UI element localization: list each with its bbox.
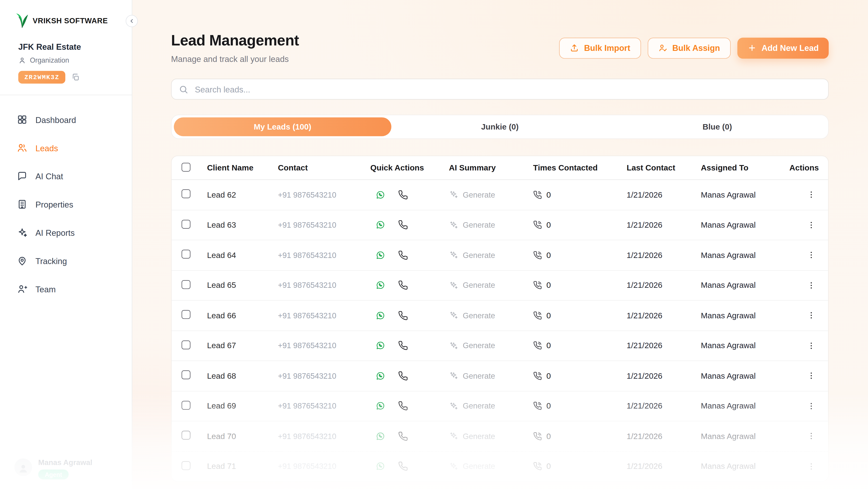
lead-name[interactable]: Lead 71 — [207, 462, 278, 471]
row-checkbox[interactable] — [182, 431, 190, 440]
row-checkbox[interactable] — [182, 220, 190, 228]
row-menu-button[interactable] — [805, 189, 817, 201]
sidebar-item-leads[interactable]: Leads — [8, 137, 124, 159]
bulk-assign-button[interactable]: Bulk Assign — [647, 37, 731, 58]
ai-summary-cell: Generate — [449, 311, 533, 320]
ai-summary-cell: Generate — [449, 371, 533, 380]
generate-button[interactable]: Generate — [463, 371, 495, 380]
tab-my-leads[interactable]: My Leads (100) — [174, 117, 391, 136]
user-profile[interactable]: Manas Agrawal Agent — [14, 458, 92, 480]
tab-blue[interactable]: Blue (0) — [609, 117, 826, 136]
generate-button[interactable]: Generate — [463, 341, 495, 350]
whatsapp-button[interactable] — [375, 461, 385, 471]
call-button[interactable] — [398, 280, 408, 290]
stage: VRIKSH SOFTWARE JFK Real Estate Organiza… — [0, 0, 868, 489]
row-checkbox[interactable] — [182, 250, 190, 258]
lead-name[interactable]: Lead 68 — [207, 371, 278, 380]
sidebar-item-tracking[interactable]: Tracking — [8, 250, 124, 272]
row-menu-button[interactable] — [805, 460, 817, 472]
row-menu-button[interactable] — [805, 219, 817, 231]
row-menu-button[interactable] — [805, 370, 817, 381]
sidebar-collapse-button[interactable] — [126, 15, 138, 27]
column-header-client-name: Client Name — [207, 163, 278, 172]
generate-button[interactable]: Generate — [463, 432, 495, 440]
sidebar-item-ai-reports[interactable]: AI Reports — [8, 221, 124, 244]
sidebar-item-properties[interactable]: Properties — [8, 193, 124, 215]
generate-button[interactable]: Generate — [463, 401, 495, 410]
lead-contact: +91 9876543210 — [278, 220, 370, 229]
generate-button[interactable]: Generate — [463, 462, 495, 471]
sparkle-icon — [449, 220, 458, 230]
generate-button[interactable]: Generate — [463, 190, 495, 199]
times-contacted-cell: 0 — [533, 462, 627, 471]
row-menu-button[interactable] — [805, 430, 817, 442]
whatsapp-button[interactable] — [375, 341, 385, 350]
whatsapp-icon — [375, 371, 385, 381]
sparkle-icon — [449, 250, 458, 260]
generate-button[interactable]: Generate — [463, 251, 495, 259]
lead-name[interactable]: Lead 63 — [207, 220, 278, 229]
row-checkbox[interactable] — [182, 189, 190, 198]
quick-actions-cell — [370, 190, 449, 200]
whatsapp-button[interactable] — [375, 190, 385, 200]
copy-icon — [71, 73, 80, 81]
lead-name[interactable]: Lead 69 — [207, 401, 278, 410]
assigned-to-value: Manas Agrawal — [701, 190, 789, 199]
phone-call-icon — [533, 220, 542, 229]
generate-button[interactable]: Generate — [463, 311, 495, 320]
table-row: Lead 68 +91 9876543210 Generate 0 1/21/2… — [172, 361, 828, 391]
call-button[interactable] — [398, 220, 408, 230]
lead-name[interactable]: Lead 64 — [207, 251, 278, 259]
bulk-assign-label: Bulk Assign — [672, 43, 720, 53]
tab-junkie[interactable]: Junkie (0) — [391, 117, 609, 136]
row-checkbox[interactable] — [182, 340, 190, 349]
select-all-checkbox[interactable] — [182, 162, 190, 171]
call-button[interactable] — [398, 461, 408, 471]
row-menu-button[interactable] — [805, 279, 817, 291]
whatsapp-button[interactable] — [375, 371, 385, 381]
call-button[interactable] — [398, 401, 408, 411]
whatsapp-button[interactable] — [375, 220, 385, 230]
lead-name[interactable]: Lead 65 — [207, 281, 278, 289]
row-checkbox[interactable] — [182, 310, 190, 319]
call-button[interactable] — [398, 190, 408, 200]
bulk-import-button[interactable]: Bulk Import — [559, 37, 641, 58]
search-input[interactable] — [194, 84, 821, 94]
whatsapp-button[interactable] — [375, 280, 385, 290]
sidebar-item-team[interactable]: Team — [8, 278, 124, 300]
whatsapp-button[interactable] — [375, 250, 385, 260]
row-checkbox[interactable] — [182, 401, 190, 409]
whatsapp-button[interactable] — [375, 310, 385, 320]
lead-name[interactable]: Lead 62 — [207, 190, 278, 199]
row-checkbox[interactable] — [182, 461, 190, 470]
user-info: Manas Agrawal Agent — [38, 458, 92, 480]
lead-name[interactable]: Lead 67 — [207, 341, 278, 350]
row-checkbox[interactable] — [182, 370, 190, 379]
row-menu-button[interactable] — [805, 310, 817, 321]
call-button[interactable] — [398, 250, 408, 260]
kebab-menu-icon — [807, 462, 816, 471]
generate-button[interactable]: Generate — [463, 220, 495, 229]
call-button[interactable] — [398, 341, 408, 350]
row-menu-button[interactable] — [805, 249, 817, 261]
add-new-lead-button[interactable]: Add New Lead — [737, 37, 829, 58]
row-menu-button[interactable] — [805, 400, 817, 412]
whatsapp-button[interactable] — [375, 401, 385, 411]
row-menu-button[interactable] — [805, 340, 817, 351]
phone-call-icon — [533, 281, 542, 289]
whatsapp-button[interactable] — [375, 431, 385, 441]
row-checkbox-cell — [182, 310, 207, 321]
call-button[interactable] — [398, 310, 408, 320]
lead-name[interactable]: Lead 66 — [207, 311, 278, 320]
column-header-quick-actions: Quick Actions — [370, 163, 449, 172]
times-contacted-cell: 0 — [533, 190, 627, 199]
sidebar-item-dashboard[interactable]: Dashboard — [8, 109, 124, 131]
lead-name[interactable]: Lead 70 — [207, 432, 278, 440]
sidebar-item-ai-chat[interactable]: AI Chat — [8, 165, 124, 187]
copy-code-button[interactable] — [71, 73, 80, 81]
row-checkbox[interactable] — [182, 280, 190, 289]
row-checkbox-cell — [182, 370, 207, 381]
call-button[interactable] — [398, 371, 408, 381]
call-button[interactable] — [398, 431, 408, 441]
generate-button[interactable]: Generate — [463, 281, 495, 289]
